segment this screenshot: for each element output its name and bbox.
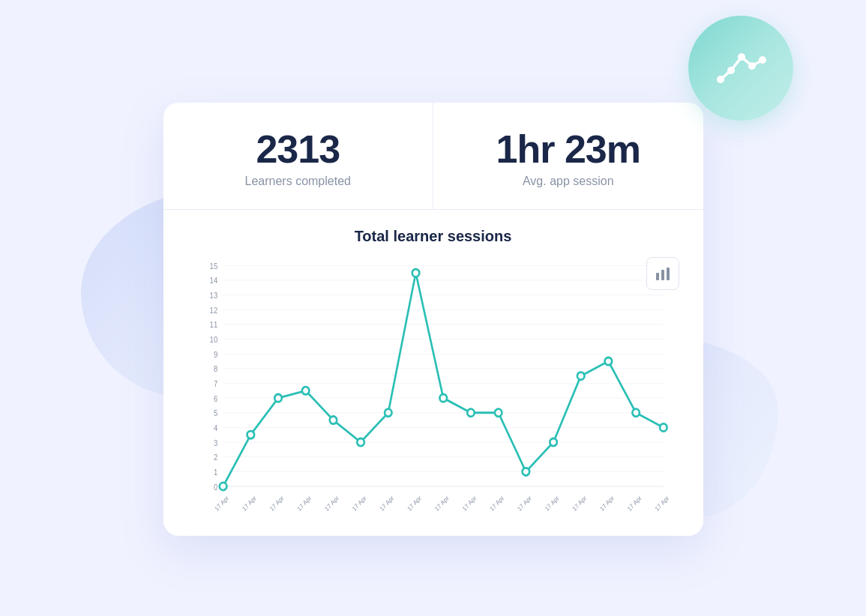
svg-point-49: [467, 409, 475, 417]
svg-point-48: [439, 394, 447, 402]
svg-rect-7: [667, 268, 670, 280]
svg-text:17 Apr: 17 Apr: [571, 495, 588, 512]
learners-count: 2313: [193, 130, 403, 169]
svg-text:17 Apr: 17 Apr: [626, 495, 643, 512]
main-card: 2313 Learners completed 1hr 23m Avg. app…: [163, 103, 703, 536]
svg-point-42: [274, 394, 282, 402]
svg-text:17 Apr: 17 Apr: [598, 495, 616, 512]
bar-chart-icon: [655, 265, 671, 282]
svg-point-44: [329, 417, 337, 424]
line-chart-icon: [715, 49, 767, 87]
svg-point-52: [550, 438, 557, 446]
svg-text:4: 4: [213, 424, 217, 432]
svg-text:17 Apr: 17 Apr: [378, 495, 395, 512]
stat-learners-completed: 2313 Learners completed: [163, 103, 434, 209]
stat-avg-session: 1hr 23m Avg. app session: [433, 103, 703, 209]
svg-point-50: [494, 409, 502, 417]
svg-point-43: [301, 387, 309, 394]
svg-text:5: 5: [213, 409, 217, 417]
svg-text:17 Apr: 17 Apr: [323, 495, 340, 512]
chart-title: Total learner sessions: [187, 228, 679, 245]
session-label: Avg. app session: [463, 175, 673, 188]
svg-text:17 Apr: 17 Apr: [488, 495, 505, 512]
svg-text:2: 2: [213, 453, 217, 462]
svg-text:17 Apr: 17 Apr: [268, 495, 286, 512]
teal-circle-badge: [688, 16, 793, 121]
svg-text:9: 9: [213, 350, 217, 358]
svg-text:8: 8: [213, 365, 217, 373]
svg-rect-5: [656, 273, 659, 280]
svg-text:17 Apr: 17 Apr: [433, 495, 451, 512]
svg-point-54: [604, 357, 612, 365]
stats-row: 2313 Learners completed 1hr 23m Avg. app…: [163, 103, 703, 210]
svg-point-41: [247, 431, 254, 438]
svg-text:12: 12: [209, 306, 217, 314]
svg-text:6: 6: [213, 394, 217, 402]
svg-point-45: [357, 438, 364, 446]
chart-type-button[interactable]: [646, 257, 679, 290]
svg-text:17 Apr: 17 Apr: [461, 495, 478, 512]
outer-background: 2313 Learners completed 1hr 23m Avg. app…: [96, 38, 771, 578]
line-chart-svg: 0 1 2 3 4 5 6 7 8 9 10 11 12 13 14 15: [187, 257, 679, 512]
svg-rect-6: [661, 270, 664, 280]
chart-container: 0 1 2 3 4 5 6 7 8 9 10 11 12 13 14 15: [187, 257, 679, 512]
session-time: 1hr 23m: [463, 130, 673, 169]
svg-text:17 Apr: 17 Apr: [351, 495, 368, 512]
svg-point-47: [412, 269, 419, 277]
learners-label: Learners completed: [193, 175, 403, 188]
svg-text:17 Apr: 17 Apr: [213, 495, 230, 512]
svg-text:13: 13: [209, 292, 217, 300]
svg-text:1: 1: [213, 468, 217, 477]
svg-point-40: [219, 483, 226, 490]
svg-text:17 Apr: 17 Apr: [544, 495, 561, 512]
svg-text:11: 11: [209, 321, 217, 329]
svg-text:3: 3: [213, 438, 217, 447]
svg-text:10: 10: [209, 336, 217, 344]
svg-point-51: [522, 468, 529, 475]
svg-text:15: 15: [209, 262, 217, 271]
svg-point-46: [385, 409, 392, 417]
svg-text:17 Apr: 17 Apr: [241, 495, 258, 512]
svg-text:17 Apr: 17 Apr: [653, 495, 670, 512]
svg-point-53: [577, 372, 584, 380]
svg-point-56: [660, 423, 667, 431]
svg-text:17 Apr: 17 Apr: [516, 495, 533, 512]
svg-text:17 Apr: 17 Apr: [406, 495, 423, 512]
svg-text:14: 14: [209, 277, 217, 285]
chart-area: Total learner sessions: [163, 210, 703, 536]
svg-text:17 Apr: 17 Apr: [295, 495, 313, 512]
svg-text:0: 0: [213, 483, 217, 491]
svg-text:7: 7: [213, 380, 217, 388]
svg-point-55: [632, 409, 640, 417]
